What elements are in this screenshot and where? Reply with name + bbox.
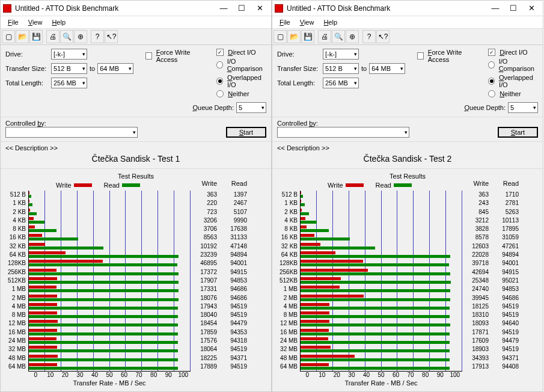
force-write-checkbox[interactable] — [145, 52, 152, 60]
category-label: 4 MB — [5, 302, 26, 311]
read-value: 9990 — [221, 216, 251, 225]
chart-row — [29, 302, 191, 311]
chart-row — [301, 216, 462, 225]
transfer-from-select[interactable]: 512 B — [51, 63, 87, 74]
start-button[interactable]: Start — [226, 127, 266, 138]
separator — [43, 30, 46, 43]
print-icon[interactable]: 🖨 — [46, 30, 60, 43]
total-length-select[interactable]: 256 MB — [323, 78, 359, 88]
whatsthis-icon[interactable]: ↖? — [376, 30, 390, 43]
x-tick: 50 — [374, 372, 389, 378]
write-value: 46895 — [191, 259, 221, 268]
whatsthis-icon[interactable]: ↖? — [105, 30, 118, 43]
write-bar — [29, 346, 57, 349]
menu-help[interactable]: Help — [47, 17, 70, 27]
total-length-select[interactable]: 256 MB — [51, 78, 87, 88]
force-write-checkbox[interactable] — [417, 52, 424, 60]
close-button[interactable]: ✕ — [251, 1, 269, 16]
read-bar — [301, 349, 450, 352]
write-value: 17576 — [191, 337, 221, 345]
write-bar — [29, 225, 35, 228]
value-row: 1831094519 — [462, 311, 522, 319]
help-icon[interactable]: ? — [362, 30, 376, 43]
read-bar — [301, 332, 450, 335]
preview-icon[interactable]: 🔍 — [332, 30, 345, 43]
save-icon[interactable]: 💾 — [29, 30, 43, 43]
new-icon[interactable]: ▢ — [274, 30, 287, 43]
maximize-button[interactable]: ☐ — [233, 1, 251, 16]
write-value: 18454 — [191, 319, 221, 328]
value-row: 2432781 — [462, 199, 522, 207]
minimize-button[interactable]: — — [215, 1, 233, 16]
category-label: 1 KB — [5, 199, 26, 207]
chart-row — [301, 302, 462, 311]
write-bar — [301, 209, 302, 212]
transfer-to-select[interactable]: 64 MB — [97, 63, 133, 74]
transfer-to-select[interactable]: 64 MB — [369, 63, 405, 74]
neither-radio[interactable] — [216, 90, 224, 97]
overlapped-radio[interactable] — [216, 78, 223, 85]
titlebar: Untitled - ATTO Disk Benchmark—☐✕ — [1, 1, 271, 16]
direct-io-checkbox[interactable]: ✓ — [216, 49, 224, 56]
write-value: 363 — [191, 191, 221, 199]
write-value: 17889 — [191, 363, 221, 371]
category-label: 8 KB — [277, 225, 298, 233]
start-button[interactable]: Start — [498, 127, 538, 138]
preview-icon[interactable]: 🔍 — [60, 30, 73, 43]
menu-help[interactable]: Help — [319, 17, 342, 27]
close-button[interactable]: ✕ — [522, 1, 540, 16]
maximize-button[interactable]: ☐ — [504, 1, 522, 16]
menu-view[interactable]: View — [295, 17, 319, 27]
read-value: 94519 — [492, 302, 522, 311]
overlapped-radio[interactable] — [488, 78, 495, 85]
queue-depth-select[interactable]: 5 — [508, 102, 538, 113]
menu-view[interactable]: View — [23, 17, 47, 27]
neither-radio[interactable] — [488, 90, 495, 97]
zoom-icon[interactable]: ⊕ — [346, 30, 359, 43]
drive-select[interactable]: [-k-] — [51, 49, 87, 60]
save-icon[interactable]: 💾 — [301, 30, 314, 43]
zoom-icon[interactable]: ⊕ — [74, 30, 87, 43]
value-row: 1807694686 — [191, 294, 251, 302]
transfer-from-select[interactable]: 512 B — [323, 63, 359, 74]
chart-row — [301, 311, 462, 319]
drive-select[interactable]: [-k-] — [323, 49, 359, 60]
read-bar — [29, 315, 178, 318]
value-row: 1733194686 — [191, 285, 251, 293]
value-row: 1812594519 — [462, 302, 522, 311]
controlled-select[interactable] — [5, 127, 138, 138]
chart-row — [29, 363, 191, 371]
io-comparison-radio[interactable] — [216, 61, 222, 69]
menu-file[interactable]: File — [3, 17, 23, 27]
open-icon[interactable]: 📂 — [16, 30, 29, 43]
minimize-button[interactable]: — — [486, 1, 504, 16]
category-label: 48 MB — [277, 354, 298, 363]
to-label: to — [361, 65, 367, 72]
print-icon[interactable]: 🖨 — [318, 30, 331, 43]
read-value: 94519 — [221, 311, 251, 319]
read-col-header: Read — [221, 180, 251, 191]
help-icon[interactable]: ? — [91, 30, 104, 43]
controlled-select[interactable] — [277, 127, 409, 138]
io-comparison-radio[interactable] — [488, 61, 494, 69]
write-value: 243 — [462, 199, 492, 207]
drive-label: Drive: — [5, 51, 49, 58]
read-bar — [301, 341, 450, 344]
queue-depth-select[interactable]: 5 — [236, 102, 266, 113]
direct-io-checkbox[interactable]: ✓ — [488, 49, 495, 56]
total-label: Total Length: — [5, 79, 49, 87]
value-row: 857831059 — [462, 233, 522, 242]
chart: 512 B1 KB2 KB4 KB8 KB16 KB32 KB64 KB128K… — [5, 191, 266, 372]
read-bar — [29, 203, 32, 206]
value-row: 32069990 — [191, 216, 251, 225]
value-row: 1804094519 — [191, 311, 251, 319]
value-row: 1794394519 — [191, 302, 251, 311]
write-bar — [29, 217, 34, 220]
write-bar — [301, 269, 368, 272]
write-value: 723 — [191, 208, 221, 216]
open-icon[interactable]: 📂 — [287, 30, 301, 43]
new-icon[interactable]: ▢ — [2, 30, 15, 43]
controlled-label: Controlled by: — [5, 120, 266, 127]
menu-file[interactable]: File — [275, 17, 295, 27]
chart-row — [301, 233, 462, 242]
